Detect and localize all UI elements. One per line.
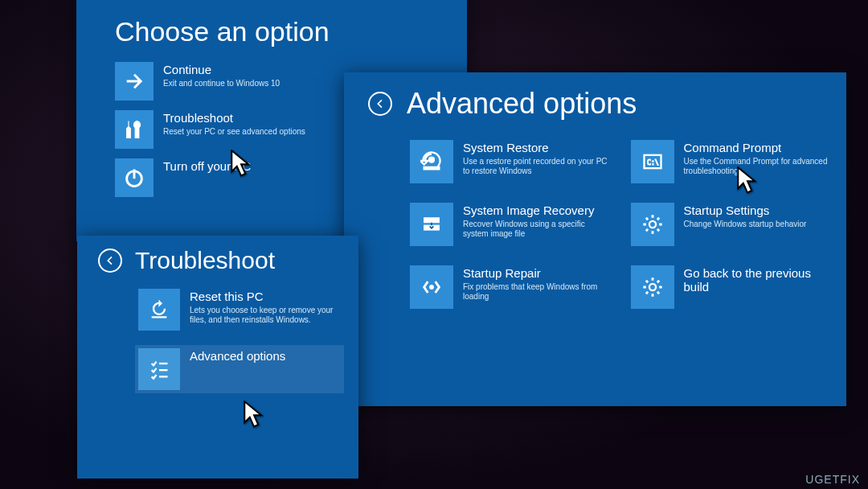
tile-startup-settings[interactable]: Startup Settings Change Windows startup …: [631, 203, 833, 246]
tile-title: Turn off your PC: [163, 160, 251, 174]
svg-point-7: [649, 221, 655, 228]
image-recovery-icon: [410, 203, 453, 246]
page-title: Advanced options: [407, 87, 637, 121]
tile-desc: Recover Windows using a specific system …: [463, 220, 612, 240]
tile-advanced-options[interactable]: Advanced options: [135, 345, 344, 393]
back-button[interactable]: [368, 92, 392, 116]
power-icon: [115, 158, 154, 197]
restore-icon: [410, 140, 453, 183]
tile-title: System Restore: [463, 142, 612, 155]
tile-system-restore[interactable]: System Restore Use a restore point recor…: [410, 140, 612, 183]
tile-desc: Change Windows startup behavior: [684, 220, 807, 230]
gear-icon: [631, 203, 674, 246]
watermark: UGETFIX: [805, 473, 860, 486]
tile-title: Advanced options: [190, 350, 285, 364]
tile-desc: Lets you choose to keep or remove your f…: [190, 306, 334, 326]
tile-go-back-previous-build[interactable]: Go back to the previous build: [631, 265, 833, 309]
svg-point-8: [430, 286, 434, 290]
back-button[interactable]: [98, 249, 122, 273]
tools-icon: [115, 110, 154, 149]
svg-rect-5: [424, 218, 440, 223]
reset-icon: [138, 289, 180, 331]
tile-startup-repair[interactable]: Startup Repair Fix problems that keep Wi…: [410, 265, 612, 309]
tile-title: Startup Settings: [684, 204, 807, 218]
troubleshoot-panel: Troubleshoot Reset this PC Lets you choo…: [77, 236, 358, 479]
svg-point-9: [649, 284, 655, 290]
tile-reset-this-pc[interactable]: Reset this PC Lets you choose to keep or…: [138, 289, 344, 331]
svg-point-2: [429, 157, 435, 162]
tile-command-prompt[interactable]: C:\ Command Prompt Use the Command Promp…: [631, 140, 833, 183]
svg-text:C:\: C:\: [647, 158, 659, 166]
tile-title: Reset this PC: [190, 290, 334, 304]
tile-desc: Use a restore point recorded on your PC …: [463, 157, 612, 177]
page-title: Choose an option: [115, 16, 428, 47]
tile-title: Startup Repair: [463, 267, 612, 281]
advanced-options-panel: Advanced options System Restore Use a re…: [344, 72, 846, 406]
tile-desc: Reset your PC or see advanced options: [163, 127, 305, 138]
arrow-right-icon: [115, 62, 154, 101]
gear-icon: [631, 265, 674, 309]
repair-icon: [410, 265, 453, 309]
tile-title: Go back to the previous build: [684, 267, 833, 294]
tile-title: System Image Recovery: [463, 204, 612, 218]
tile-desc: Use the Command Prompt for advanced trou…: [684, 157, 833, 177]
list-check-icon: [138, 348, 180, 390]
tile-title: Continue: [163, 64, 280, 77]
page-title: Troubleshoot: [135, 247, 275, 274]
tile-title: Command Prompt: [684, 142, 833, 155]
command-prompt-icon: C:\: [631, 140, 674, 183]
tile-desc: Exit and continue to Windows 10: [163, 79, 280, 89]
tile-desc: Fix problems that keep Windows from load…: [463, 282, 612, 302]
tile-system-image-recovery[interactable]: System Image Recovery Recover Windows us…: [410, 203, 612, 246]
tile-title: Troubleshoot: [163, 112, 305, 125]
